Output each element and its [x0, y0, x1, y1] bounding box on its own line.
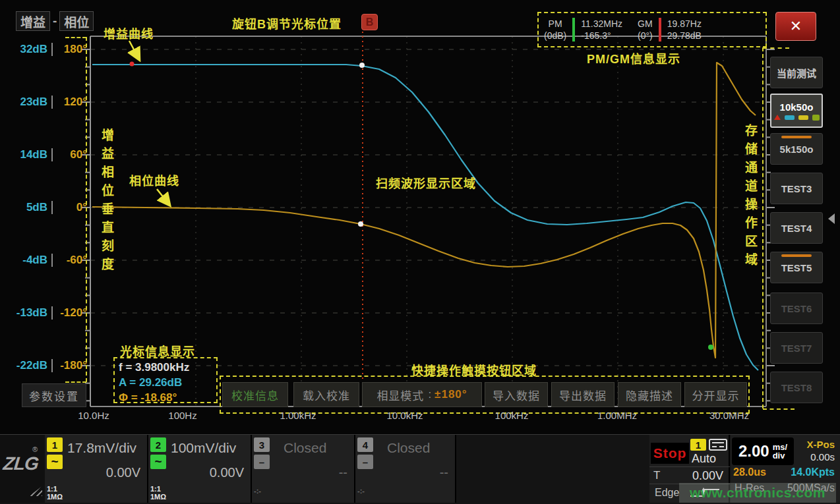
cursor-gain: A = 29.26dB — [119, 375, 216, 390]
channel2-coupling-icon: ~ — [150, 455, 166, 469]
sidebar-button-label: 10k50o — [780, 101, 814, 113]
import-data-button[interactable]: 导入数据 — [485, 382, 548, 407]
left-bracket-top — [65, 37, 86, 38]
trigger-level-label: T — [653, 469, 660, 482]
sidebar-button-current-test[interactable]: 当前测试 — [770, 57, 823, 88]
phase-mode-colon: : — [428, 388, 432, 401]
gm-marker-bar — [659, 18, 661, 42]
zlg-logo-hatch-icon — [29, 486, 42, 496]
gm-label: GM(0°) — [638, 18, 653, 42]
channel1-offset: 0.00V — [106, 465, 140, 480]
tick-divider — [47, 359, 57, 372]
right-bracket-top — [763, 47, 789, 49]
sidebar-button-test8[interactable]: TEST8 — [770, 372, 823, 403]
channel3-offset: -- — [339, 465, 347, 480]
phase-mode-value: ±180° — [435, 388, 467, 401]
tab-phase[interactable]: 相位 — [59, 11, 94, 31]
registered-mark: ® — [32, 445, 38, 453]
panel-collapse-arrow-icon[interactable] — [828, 213, 835, 224]
timebase-scale-box[interactable]: 2.00 ms/div — [732, 437, 794, 465]
gain-tick-label: 5dB — [8, 201, 47, 214]
channel1-scale: 17.8mV/div — [67, 440, 136, 456]
phase-curve-label: 相位曲线 — [129, 171, 179, 188]
gain-curve-label: 增益曲线 — [104, 24, 154, 42]
channel1-coupling-icon: ~ — [47, 455, 63, 469]
sidebar-button-10k50o[interactable]: 10k50o — [770, 94, 823, 128]
split-display-button[interactable]: 分开显示 — [684, 382, 747, 407]
channel4-coupling-badge: – — [357, 455, 373, 469]
phase-tick-label: 0° — [57, 201, 87, 214]
y-axis-row: -4dB-60° — [8, 252, 88, 269]
x-tick-label: 10.0Hz — [78, 410, 109, 421]
trigger-delay: 28.0us — [733, 466, 766, 478]
storage-channel-label-right: 存储通道操作区域 — [741, 124, 759, 271]
channel3-panel[interactable]: 3 – Closed -- -:- — [252, 435, 355, 503]
cursor-phase: Φ = -18.68° — [119, 390, 216, 405]
load-calibration-button[interactable]: 载入校准 — [293, 382, 359, 407]
pm-marker-bar — [572, 18, 575, 42]
cursor-b-badge: B — [361, 14, 378, 30]
left-bracket-bottom — [65, 381, 86, 383]
channel3-probe-ratio: -:- — [254, 488, 261, 495]
zlg-logo-text: ZLG — [2, 453, 39, 474]
left-bracket — [86, 37, 87, 382]
calibration-info-button[interactable]: 校准信息 — [222, 382, 288, 407]
sweep-area-label: 扫频波形显示区域 — [376, 174, 476, 191]
trigger-mode: Auto — [692, 452, 716, 466]
right-bracket — [762, 47, 764, 408]
channel1-badge: 1 — [47, 437, 63, 452]
sidebar-button-test6[interactable]: TEST6 — [770, 293, 823, 324]
y-axis-row: -22dB-180° — [8, 357, 88, 374]
channel4-offset: -- — [440, 465, 448, 480]
pm-values: 11.32MHz-165.3° — [581, 18, 622, 42]
trigger-coupling-icon — [709, 439, 727, 451]
trigger-indicator-icon — [774, 115, 781, 120]
divider — [649, 466, 730, 467]
channel1-panel[interactable]: 1 ~ 17.8mV/div 0.00V 1:1 1MΩ — [45, 435, 148, 503]
cursor-readout: f = 3.9800kHz A = 29.26dB Φ = -18.68° — [113, 357, 218, 403]
hide-description-button[interactable]: 隐藏描述 — [618, 382, 681, 407]
tab-separator: - — [53, 14, 57, 28]
channel2-scale: 100mV/div — [171, 440, 236, 456]
sidebar-button-test5[interactable]: TEST5 — [770, 252, 823, 283]
trigger-type: Edge — [655, 487, 679, 499]
sidebar-button-5k150o[interactable]: 5k150o — [770, 133, 823, 165]
channel4-badge: 4 — [357, 437, 373, 452]
phase-mode-label: 相显模式 — [376, 387, 424, 403]
cursor-frequency: f = 3.9800kHz — [119, 360, 216, 375]
y-axis-row: 5dB0° — [8, 199, 88, 216]
mode-tabs: 增益 - 相位 — [16, 11, 94, 31]
export-data-button[interactable]: 导出数据 — [551, 382, 615, 407]
channel-indicator-icons — [774, 115, 820, 121]
channel2-probe-ratio: 1:1 — [150, 486, 161, 493]
oscilloscope-screen: 增益 - 相位 32dB180° 23dB120° 14dB60° 5dB0° … — [0, 0, 840, 504]
gain-tick-label: 32dB — [8, 43, 47, 56]
channel4-probe-ratio: -:- — [357, 488, 365, 495]
phase-tick-label: 120° — [57, 96, 87, 109]
x-tick-label: 30.0MHz — [709, 410, 749, 421]
sidebar-button-test3[interactable]: TEST3 — [770, 173, 823, 204]
close-button[interactable]: ✕ — [775, 12, 816, 41]
sidebar-button-test4[interactable]: TEST4 — [770, 212, 823, 244]
channel1-probe-ratio: 1:1 — [47, 486, 57, 493]
gain-tick-label: -13dB — [8, 306, 47, 320]
trigger-level: 0.00V — [692, 469, 723, 483]
tab-gain[interactable]: 增益 — [16, 11, 50, 31]
channel2-panel[interactable]: 2 ~ 100mV/div 0.00V 1:1 1MΩ — [148, 435, 252, 503]
phase-tick-label: -60° — [57, 254, 87, 267]
phase-tick-label: -180° — [57, 359, 87, 372]
gm-values: 19.87Hz29.78dB — [667, 18, 702, 42]
sidebar-button-test7[interactable]: TEST7 — [770, 332, 823, 364]
channel2-impedance: 1MΩ — [150, 493, 166, 501]
phase-display-mode-button[interactable]: 相显模式 : ±180° — [362, 382, 482, 407]
timebase-scale: 2.00 — [738, 442, 769, 461]
channel4-panel[interactable]: 4 – Closed -- -:- — [355, 435, 456, 503]
xpos-value: 0.00s — [810, 451, 835, 462]
channel3-badge: 3 — [254, 437, 270, 452]
x-tick-label: 100Hz — [168, 410, 196, 421]
watermark: www.cntronics.com — [679, 483, 836, 503]
phase-tick-label: 60° — [57, 148, 87, 161]
gain-tick-label: 23dB — [8, 96, 47, 109]
run-state-indicator[interactable]: Stop — [651, 443, 689, 464]
parameter-settings-button[interactable]: 参数设置 — [22, 383, 86, 407]
